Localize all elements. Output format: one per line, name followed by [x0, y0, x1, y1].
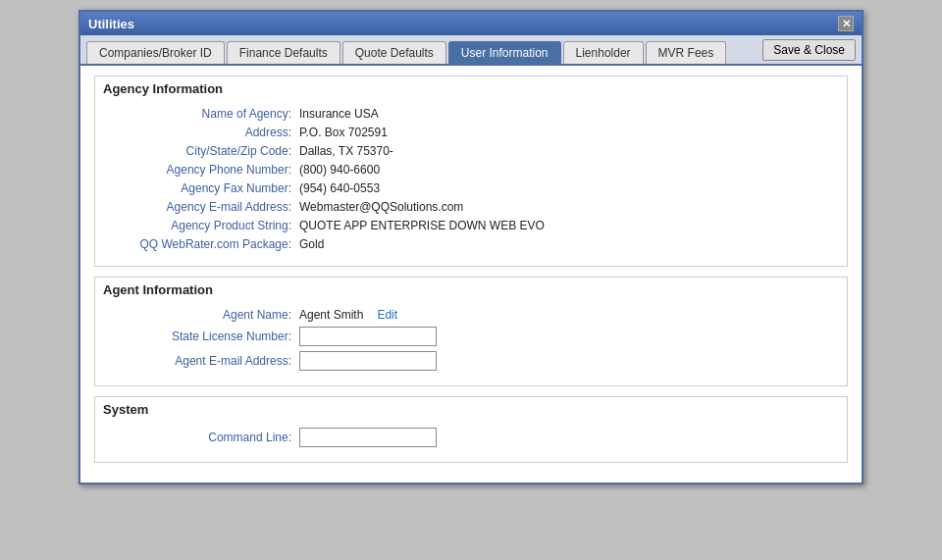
agent-name-label: Agent Name:: [103, 308, 299, 322]
agency-email-value: Webmaster@QQSolutions.com: [299, 200, 463, 214]
agent-section-title: Agent Information: [95, 278, 847, 302]
tab-mvr-fees[interactable]: MVR Fees: [646, 41, 727, 64]
agent-email-label: Agent E-mail Address:: [103, 354, 299, 368]
field-row-agent-name: Agent Name: Agent Smith Edit: [103, 308, 839, 322]
agency-information-section: Agency Information Name of Agency: Insur…: [94, 76, 848, 267]
tab-finance-defaults[interactable]: Finance Defaults: [227, 41, 340, 64]
agency-phone-value: (800) 940-6600: [299, 163, 380, 177]
field-row-state-license: State License Number:: [103, 327, 839, 346]
webrater-package-value: Gold: [299, 237, 324, 251]
utilities-window: Utilities ✕ Companies/Broker ID Finance …: [78, 10, 864, 484]
command-line-input[interactable]: [299, 428, 437, 447]
field-row-city-state-zip: City/State/Zip Code: Dallas, TX 75370-: [103, 144, 839, 158]
city-state-zip-value: Dallas, TX 75370-: [299, 144, 393, 158]
field-row-name-of-agency: Name of Agency: Insurance USA: [103, 107, 839, 121]
close-button[interactable]: ✕: [838, 16, 854, 31]
system-section-title: System: [95, 397, 847, 422]
agency-product-value: QUOTE APP ENTERPRISE DOWN WEB EVO: [299, 219, 545, 232]
agency-section-body: Name of Agency: Insurance USA Address: P…: [95, 101, 847, 266]
address-value: P.O. Box 702591: [299, 126, 388, 139]
name-of-agency-label: Name of Agency:: [103, 107, 299, 121]
system-section-body: Command Line:: [95, 422, 847, 462]
state-license-label: State License Number:: [103, 330, 299, 343]
command-line-label: Command Line:: [103, 431, 299, 444]
field-row-command-line: Command Line:: [103, 428, 839, 447]
save-close-button[interactable]: Save & Close: [762, 39, 856, 61]
agency-email-label: Agency E-mail Address:: [103, 200, 299, 214]
address-label: Address:: [103, 126, 299, 139]
agency-fax-value: (954) 640-0553: [299, 181, 380, 195]
agent-section-body: Agent Name: Agent Smith Edit State Licen…: [95, 302, 847, 385]
edit-agent-link[interactable]: Edit: [377, 308, 397, 322]
name-of-agency-value: Insurance USA: [299, 107, 379, 121]
tab-lienholder[interactable]: Lienholder: [563, 41, 644, 64]
webrater-package-label: QQ WebRater.com Package:: [103, 237, 299, 251]
agent-information-section: Agent Information Agent Name: Agent Smit…: [94, 277, 848, 386]
field-row-agency-email: Agency E-mail Address: Webmaster@QQSolut…: [103, 200, 839, 214]
agent-email-input[interactable]: [299, 351, 437, 371]
title-bar: Utilities ✕: [80, 12, 862, 35]
window-title: Utilities: [88, 17, 134, 31]
main-content: Agency Information Name of Agency: Insur…: [80, 66, 862, 483]
agency-section-title: Agency Information: [95, 76, 847, 101]
state-license-input[interactable]: [299, 327, 437, 346]
field-row-agency-fax: Agency Fax Number: (954) 640-0553: [103, 181, 839, 195]
field-row-webrater-package: QQ WebRater.com Package: Gold: [103, 237, 839, 251]
agency-phone-label: Agency Phone Number:: [103, 163, 299, 177]
agency-product-label: Agency Product String:: [103, 219, 299, 232]
field-row-agent-email: Agent E-mail Address:: [103, 351, 839, 371]
field-row-address: Address: P.O. Box 702591: [103, 126, 839, 139]
tabs-bar: Companies/Broker ID Finance Defaults Quo…: [80, 35, 862, 66]
tab-user-information[interactable]: User Information: [448, 41, 561, 64]
agent-name-value: Agent Smith: [299, 308, 363, 322]
field-row-agency-phone: Agency Phone Number: (800) 940-6600: [103, 163, 839, 177]
field-row-agency-product: Agency Product String: QUOTE APP ENTERPR…: [103, 219, 839, 232]
city-state-zip-label: City/State/Zip Code:: [103, 144, 299, 158]
tab-quote-defaults[interactable]: Quote Defaults: [342, 41, 446, 64]
system-section: System Command Line:: [94, 396, 848, 463]
tab-companies-broker-id[interactable]: Companies/Broker ID: [86, 41, 225, 64]
agency-fax-label: Agency Fax Number:: [103, 181, 299, 195]
